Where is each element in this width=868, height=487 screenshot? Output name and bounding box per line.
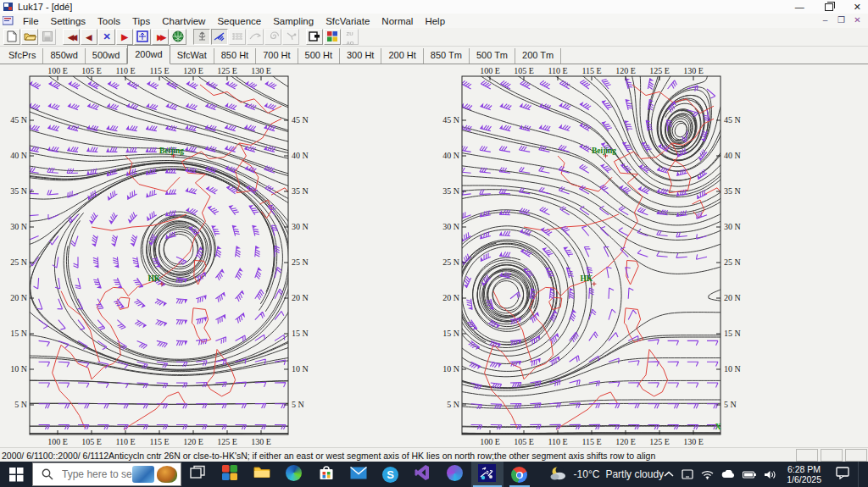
anchor-up-button[interactable] [193,29,210,45]
taskbar-app-file-explorer[interactable] [246,462,278,487]
svg-text:120 E: 120 E [615,68,636,75]
office-icon [221,464,238,484]
menu-chartview[interactable]: Chartview [156,15,211,27]
mdi-restore-button[interactable]: ❐ [836,14,847,25]
tab-200ht[interactable]: 200 Ht [381,48,423,64]
file-explorer-icon [253,466,270,483]
svg-text:130 E: 130 E [251,68,271,75]
restore-button[interactable] [825,3,833,11]
skip-back-button[interactable]: ◀◀ [63,29,80,45]
fit-frame-button[interactable] [134,29,151,45]
tab-sfcwat[interactable]: SfcWat [170,48,214,64]
svg-text:100 E: 100 E [480,437,500,446]
luk17-icon [478,464,496,485]
tab-850ht[interactable]: 850 Ht [214,48,256,64]
tablet-icon[interactable] [682,469,693,479]
wind-pen-button[interactable] [211,29,228,45]
tab-200wd[interactable]: 200wd [127,45,170,64]
svg-text:120 E: 120 E [183,437,203,446]
taskbar-app-luk17[interactable] [471,462,504,487]
weather-chart-left: 100 E100 E105 E105 E110 E110 E115 E115 E… [2,68,317,449]
window-layout-button[interactable] [306,29,323,45]
tab-sfcprs[interactable]: SfcPrs [2,48,43,64]
taskbar-app-skype[interactable]: S [375,462,407,487]
taskbar-app-mail[interactable] [342,462,375,487]
globe-button[interactable] [170,29,186,45]
menu-normal[interactable]: Normal [376,15,419,27]
play-button[interactable]: ▶ [116,29,133,45]
show-desktop-button[interactable] [858,462,863,487]
svg-text:15 N: 15 N [10,329,27,338]
app-circle-icon [447,465,463,484]
action-center-icon[interactable] [836,467,850,483]
weather-widget[interactable]: -10°C Partly cloudy [549,466,665,484]
open-folder-button[interactable] [21,29,38,45]
search-box[interactable] [32,462,181,486]
clock[interactable]: 6:28 PM 1/6/2025 [787,464,821,484]
svg-text:120 E: 120 E [183,68,203,75]
mdi-close-button[interactable]: ✕ [852,14,863,25]
tab-850tm[interactable]: 850 Tm [424,48,470,64]
taskbar-app-chrome[interactable] [504,462,536,487]
palette-button[interactable] [324,29,341,45]
menu-sampling[interactable]: Sampling [267,15,320,27]
menu-file[interactable]: File [17,15,45,27]
search-icon [42,468,53,480]
tab-850wd[interactable]: 850wd [43,48,85,64]
minimize-button[interactable]: — [795,0,804,14]
wifi-icon[interactable] [701,470,714,479]
menu-sfcvariate[interactable]: SfcVariate [320,15,376,27]
tab-500tm[interactable]: 500 Tm [470,48,515,64]
cloud-icon[interactable] [721,470,735,479]
chevron-up-icon[interactable] [664,471,674,478]
svg-text:125 E: 125 E [217,437,237,446]
svg-text:115 E: 115 E [581,68,601,75]
svg-text:105 E: 105 E [81,437,102,446]
speaker-icon[interactable] [764,470,776,479]
menu-help[interactable]: Help [419,15,451,27]
svg-text:15 N: 15 N [724,329,741,338]
menu-sequence[interactable]: Sequence [211,15,267,27]
taskbar-app-store[interactable] [310,462,342,487]
svg-text:HK: HK [147,274,160,283]
fit-frame-icon [136,30,148,44]
mdi-minimize-button[interactable]: – [820,14,831,25]
window-title: Luk17 - [ddé] [18,2,72,12]
menu-bar: FileSettingsToolsTipsChartviewSequenceSa… [0,14,868,29]
taskbar-apps: S [181,462,536,487]
tab-500ht[interactable]: 500 Ht [298,48,340,64]
svg-text:100 E: 100 E [480,68,500,75]
tab-500wd[interactable]: 500wd [86,48,127,64]
tab-300ht[interactable]: 300 Ht [340,48,381,64]
taskbar-app-edge[interactable] [278,462,310,487]
svg-text:35 N: 35 N [724,186,741,196]
weather-icon [549,466,568,484]
svg-text:40 N: 40 N [292,151,309,160]
toolbar: ◀◀ ◀✕▶▶▶ ZUAO [0,28,868,47]
taskbar-app-task-view[interactable] [181,462,214,487]
new-document-button[interactable] [3,29,20,45]
delete-x-button[interactable]: ✕ [98,29,115,45]
start-button[interactable] [0,462,32,487]
svg-text:25 N: 25 N [724,257,741,267]
step-back-button[interactable]: ◀ [81,29,97,45]
close-button[interactable]: ✕ [854,0,861,14]
svg-text:105 E: 105 E [514,437,534,446]
zu-ao-button: ZUAO [342,29,359,45]
tab-700ht[interactable]: 700 Ht [256,48,298,64]
tab-bar: SfcPrs850wd500wd200wdSfcWat850 Ht700 Ht5… [0,47,868,64]
taskbar-app-office[interactable] [214,462,246,487]
fast-forward-icon: ▶▶ [157,32,163,42]
taskbar-app-visual-studio[interactable] [407,462,439,487]
menu-tips[interactable]: Tips [126,15,156,27]
zu-ao-icon: ZUAO [347,28,354,47]
svg-text:25 N: 25 N [10,257,27,267]
weather-temperature: -10°C [574,468,600,480]
fast-forward-button[interactable]: ▶▶ [152,29,169,45]
tab-200tm[interactable]: 200 Tm [515,48,561,64]
battery-icon[interactable] [743,471,756,479]
taskbar-app-app-circle[interactable] [439,462,471,487]
menu-tools[interactable]: Tools [92,15,126,27]
menu-settings[interactable]: Settings [45,15,92,27]
svg-text:30 N: 30 N [292,222,309,231]
